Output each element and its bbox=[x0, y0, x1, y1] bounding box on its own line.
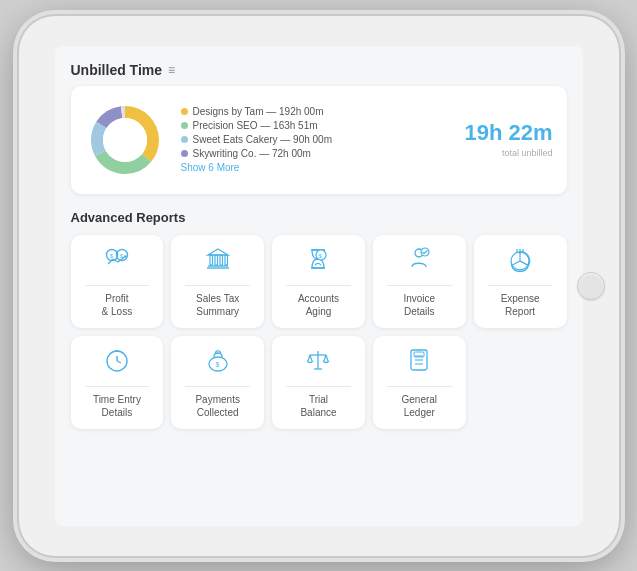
report-card-expense-report[interactable]: ExpenseReport bbox=[474, 235, 567, 328]
show-more-link[interactable]: Show 6 More bbox=[181, 162, 449, 173]
legend-label-3: Skywriting Co. — 72h 00m bbox=[193, 148, 311, 159]
home-button[interactable] bbox=[577, 272, 605, 300]
legend-dot-2 bbox=[181, 136, 188, 143]
svg-rect-15 bbox=[215, 255, 218, 265]
divider bbox=[286, 386, 351, 387]
app-content: Unbilled Time ≡ bbox=[55, 46, 583, 526]
report-card-sales-tax[interactable]: Sales TaxSummary bbox=[171, 235, 264, 328]
total-label: total unbilled bbox=[464, 148, 552, 158]
report-card-profit-loss[interactable]: $ $ Profit& Loss bbox=[71, 235, 164, 328]
clock-icon bbox=[103, 346, 131, 378]
report-label-invoice-details: InvoiceDetails bbox=[403, 292, 435, 318]
legend-label-0: Designs by Tam — 192h 00m bbox=[193, 106, 324, 117]
legend-dot-0 bbox=[181, 108, 188, 115]
legend-label-2: Sweet Eats Cakery — 90h 00m bbox=[193, 134, 333, 145]
divider bbox=[185, 285, 250, 286]
ipad-screen: Unbilled Time ≡ bbox=[55, 46, 583, 526]
report-label-sales-tax: Sales TaxSummary bbox=[196, 292, 239, 318]
divider bbox=[85, 285, 150, 286]
report-label-general-ledger: GeneralLedger bbox=[402, 393, 438, 419]
report-card-payments[interactable]: $ PaymentsCollected bbox=[171, 336, 264, 429]
unbilled-title: Unbilled Time bbox=[71, 62, 163, 78]
donut-chart bbox=[85, 100, 165, 180]
unbilled-header: Unbilled Time ≡ bbox=[71, 62, 567, 78]
report-card-invoice-details[interactable]: InvoiceDetails bbox=[373, 235, 466, 328]
total-unbilled: 19h 22m total unbilled bbox=[464, 121, 552, 157]
divider bbox=[185, 386, 250, 387]
report-label-payments: PaymentsCollected bbox=[195, 393, 239, 419]
hourglass-icon: $ bbox=[304, 245, 332, 277]
legend-dot-3 bbox=[181, 150, 188, 157]
svg-text:$: $ bbox=[110, 253, 114, 259]
legend-area: Designs by Tam — 192h 00m Precision SEO … bbox=[181, 106, 449, 173]
svg-line-41 bbox=[326, 355, 328, 361]
legend-item-1: Precision SEO — 163h 51m bbox=[181, 120, 449, 131]
svg-line-39 bbox=[310, 355, 312, 361]
legend-dot-1 bbox=[181, 122, 188, 129]
svg-line-32 bbox=[117, 361, 121, 363]
invoice-icon bbox=[405, 245, 433, 277]
bank-icon bbox=[204, 245, 232, 277]
filter-icon[interactable]: ≡ bbox=[168, 63, 175, 77]
legend-label-1: Precision SEO — 163h 51m bbox=[193, 120, 318, 131]
report-card-time-entry[interactable]: Time EntryDetails bbox=[71, 336, 164, 429]
svg-rect-16 bbox=[220, 255, 223, 265]
reports-title: Advanced Reports bbox=[71, 210, 567, 225]
legend-item-3: Skywriting Co. — 72h 00m bbox=[181, 148, 449, 159]
moneybag-icon: $ bbox=[204, 346, 232, 378]
report-label-trial-balance: TrialBalance bbox=[300, 393, 336, 419]
divider bbox=[85, 386, 150, 387]
svg-text:$: $ bbox=[215, 361, 219, 368]
report-label-profit-loss: Profit& Loss bbox=[102, 292, 133, 318]
svg-point-5 bbox=[103, 118, 147, 162]
total-hours: 19h 22m bbox=[464, 121, 552, 145]
scales-icon bbox=[304, 346, 332, 378]
ledger-icon bbox=[405, 346, 433, 378]
svg-rect-14 bbox=[210, 255, 213, 265]
legend-item-0: Designs by Tam — 192h 00m bbox=[181, 106, 449, 117]
report-label-time-entry: Time EntryDetails bbox=[93, 393, 141, 419]
ipad-frame: Unbilled Time ≡ bbox=[19, 16, 619, 556]
report-card-accounts-aging[interactable]: $ AccountsAging bbox=[272, 235, 365, 328]
legend-item-2: Sweet Eats Cakery — 90h 00m bbox=[181, 134, 449, 145]
divider bbox=[488, 285, 553, 286]
divider bbox=[387, 386, 452, 387]
reports-grid: $ $ Profit& Loss bbox=[71, 235, 567, 429]
report-card-general-ledger[interactable]: GeneralLedger bbox=[373, 336, 466, 429]
svg-marker-13 bbox=[208, 249, 228, 255]
unbilled-card: Designs by Tam — 192h 00m Precision SEO … bbox=[71, 86, 567, 194]
report-label-accounts-aging: AccountsAging bbox=[298, 292, 339, 318]
report-label-expense-report: ExpenseReport bbox=[501, 292, 540, 318]
pie-icon bbox=[506, 245, 534, 277]
report-card-trial-balance[interactable]: TrialBalance bbox=[272, 336, 365, 429]
svg-rect-17 bbox=[225, 255, 228, 265]
divider bbox=[286, 285, 351, 286]
profit-icon: $ $ bbox=[103, 245, 131, 277]
divider bbox=[387, 285, 452, 286]
